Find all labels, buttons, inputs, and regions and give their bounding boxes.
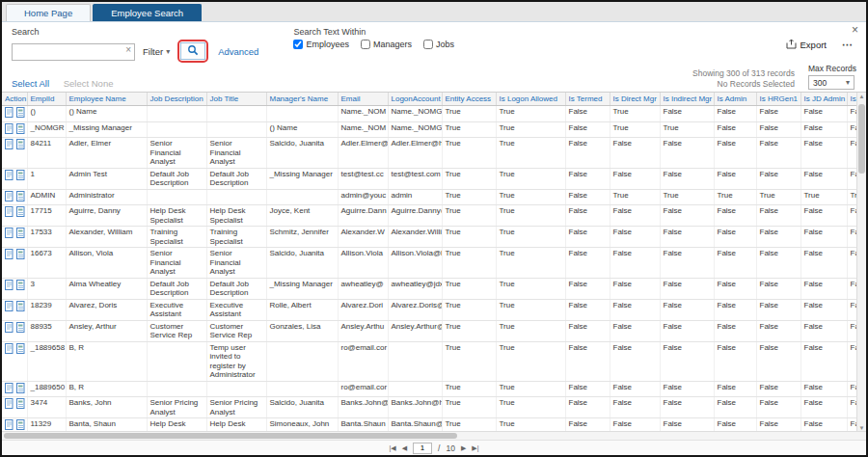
- cell-flag: True: [496, 227, 565, 248]
- table-row: 3474Banks, JohnSenior Pricing AnalystSen…: [2, 397, 866, 418]
- cell-manager: Simoneaux, John: [266, 418, 338, 432]
- edit-record-icon[interactable]: [5, 191, 14, 202]
- search-within-jobs[interactable]: Jobs: [423, 40, 454, 49]
- column-header[interactable]: Entity Access: [442, 93, 496, 106]
- prev-page-button[interactable]: ◀: [402, 444, 407, 452]
- export-button[interactable]: Export: [786, 39, 827, 51]
- view-record-icon[interactable]: [16, 249, 26, 259]
- next-page-button[interactable]: ▶: [461, 444, 466, 452]
- edit-record-icon[interactable]: [5, 343, 14, 354]
- view-record-icon[interactable]: [16, 280, 26, 290]
- cell-flag: True: [442, 418, 496, 432]
- horizontal-scrollbar[interactable]: [2, 431, 866, 440]
- edit-record-icon[interactable]: [5, 228, 14, 238]
- column-header[interactable]: Action: [2, 93, 27, 106]
- column-header[interactable]: Is Indirect Mgr: [660, 93, 714, 106]
- edit-record-icon[interactable]: [5, 123, 14, 134]
- edit-record-icon[interactable]: [5, 280, 14, 290]
- tab-home-page[interactable]: Home Page: [6, 4, 91, 21]
- first-page-button[interactable]: |◀: [389, 444, 395, 452]
- search-input[interactable]: [12, 43, 135, 61]
- search-within-employees[interactable]: Employees: [293, 40, 349, 49]
- cell-name: Alexander, William: [66, 227, 147, 248]
- column-header[interactable]: Is Logon Allowed: [496, 93, 565, 106]
- cell-flag: False: [660, 278, 714, 299]
- edit-record-icon[interactable]: [5, 206, 14, 217]
- cell-emplid: 17533: [27, 227, 66, 248]
- view-record-icon[interactable]: [16, 419, 26, 430]
- column-header[interactable]: Is Admin: [714, 93, 756, 106]
- view-record-icon[interactable]: [16, 383, 26, 393]
- search-within-label: Search Text Within: [293, 27, 454, 37]
- clear-search-icon[interactable]: ×: [125, 44, 131, 55]
- more-options-icon[interactable]: ⋯: [842, 39, 853, 51]
- view-record-icon[interactable]: [16, 170, 26, 180]
- cell-name: Ansley, Arthur: [66, 320, 147, 341]
- edit-record-icon[interactable]: [5, 383, 14, 393]
- edit-record-icon[interactable]: [5, 107, 14, 118]
- view-record-icon[interactable]: [16, 301, 26, 311]
- search-within-managers[interactable]: Managers: [361, 40, 412, 49]
- select-none-link[interactable]: Select None: [64, 78, 114, 89]
- view-record-icon[interactable]: [16, 107, 26, 118]
- edit-record-icon[interactable]: [5, 322, 14, 333]
- edit-record-icon[interactable]: [5, 139, 14, 149]
- column-header[interactable]: Is HRGen1: [756, 93, 800, 106]
- tab-employee-search[interactable]: Employee Search: [93, 4, 202, 21]
- checkbox-label: Managers: [373, 40, 412, 49]
- checkbox-jobs[interactable]: [423, 40, 433, 49]
- search-button[interactable]: [180, 42, 205, 60]
- view-record-icon[interactable]: [16, 398, 26, 409]
- column-header[interactable]: Job Title: [206, 93, 266, 106]
- column-header[interactable]: Is JD Admin: [800, 93, 847, 106]
- column-header[interactable]: Job Description: [147, 93, 206, 106]
- filter-label: Filter: [143, 46, 163, 57]
- edit-record-icon[interactable]: [5, 419, 14, 430]
- view-record-icon[interactable]: [16, 123, 26, 134]
- cell-action: [2, 121, 27, 138]
- cell-name: Banta, Shaun: [66, 418, 147, 432]
- edit-record-icon[interactable]: [5, 170, 14, 180]
- cell-flag: False: [660, 320, 714, 341]
- column-header[interactable]: Is Direct Mgr: [610, 93, 660, 106]
- advanced-link[interactable]: Advanced: [218, 46, 258, 57]
- cell-manager: [266, 106, 338, 122]
- close-icon[interactable]: ×: [852, 24, 858, 36]
- view-record-icon[interactable]: [16, 322, 26, 333]
- column-header[interactable]: LogonAccount: [388, 93, 442, 106]
- cell-flag: False: [565, 418, 610, 432]
- checkbox-employees[interactable]: [293, 40, 303, 49]
- column-header[interactable]: Email: [338, 93, 388, 106]
- cell-flag: False: [660, 205, 714, 227]
- last-page-button[interactable]: ▶|: [472, 444, 478, 452]
- edit-record-icon[interactable]: [5, 249, 14, 259]
- view-record-icon[interactable]: [16, 139, 26, 149]
- cell-manager: Salcido, Juanita: [266, 138, 338, 169]
- horizontal-scrollbar-thumb[interactable]: [4, 433, 457, 439]
- cell-job_title: Help Desk Specialist: [206, 418, 266, 432]
- cell-job_desc: Customer Service Rep: [147, 320, 206, 341]
- view-record-icon[interactable]: [16, 343, 26, 354]
- vertical-scrollbar-thumb[interactable]: [858, 104, 865, 174]
- cell-flag: False: [714, 227, 756, 248]
- vertical-scrollbar[interactable]: ▲ ▼: [856, 93, 866, 431]
- page-number-input[interactable]: [413, 443, 432, 454]
- column-header[interactable]: Manager's Name: [266, 93, 338, 106]
- cell-flag: False: [565, 227, 610, 248]
- column-header[interactable]: Is Termed: [565, 93, 610, 106]
- select-all-link[interactable]: Select All: [12, 78, 49, 89]
- column-header[interactable]: EmplId: [27, 93, 66, 106]
- view-record-icon[interactable]: [16, 228, 26, 238]
- cell-email: Allison.Viola: [338, 248, 388, 279]
- view-record-icon[interactable]: [16, 191, 26, 202]
- cell-flag: False: [610, 278, 660, 299]
- checkbox-managers[interactable]: [361, 40, 370, 49]
- filter-dropdown[interactable]: Filter ▾: [143, 42, 170, 60]
- cell-flag: False: [660, 341, 714, 381]
- column-header[interactable]: Employee Name: [66, 93, 147, 106]
- edit-record-icon[interactable]: [5, 301, 14, 311]
- max-records-select[interactable]: 300 ▾: [808, 75, 854, 90]
- edit-record-icon[interactable]: [5, 398, 14, 409]
- view-record-icon[interactable]: [16, 206, 26, 217]
- cell-flag: False: [565, 106, 610, 122]
